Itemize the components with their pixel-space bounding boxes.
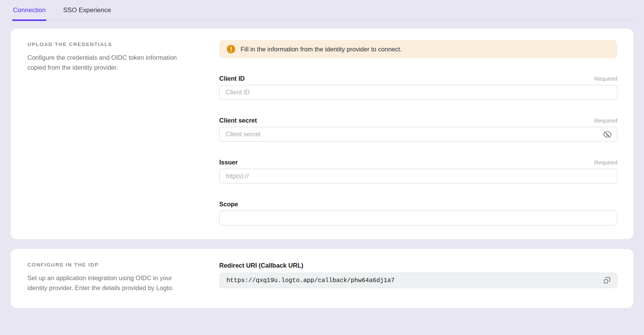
credentials-section-description: Configure the credentials and OIDC token… xyxy=(27,53,195,72)
credentials-card: UPLOAD THE CREDENTIALS Configure the cre… xyxy=(11,29,633,239)
scope-label: Scope xyxy=(219,201,238,208)
redirect-uri-label: Redirect URI (Callback URL) xyxy=(219,262,617,269)
copy-redirect-uri-button[interactable] xyxy=(600,274,613,287)
field-client-secret: Client secret Required xyxy=(219,117,617,142)
idp-form: Redirect URI (Callback URL) xyxy=(219,260,617,293)
idp-section-title: CONFIGURE IN THE IDP xyxy=(27,260,195,268)
fill-info-alert: Fill in the information from the identit… xyxy=(219,40,617,58)
client-id-label: Client ID xyxy=(219,75,245,82)
alert-text: Fill in the information from the identit… xyxy=(241,46,402,53)
issuer-required-badge: Required xyxy=(594,159,617,166)
idp-intro: CONFIGURE IN THE IDP Set up an applicati… xyxy=(27,260,195,293)
credentials-intro: UPLOAD THE CREDENTIALS Configure the cre… xyxy=(27,40,195,225)
client-secret-required-badge: Required xyxy=(594,117,617,124)
credentials-form: Fill in the information from the identit… xyxy=(219,40,617,225)
credentials-section-title: UPLOAD THE CREDENTIALS xyxy=(27,40,195,47)
client-secret-input[interactable] xyxy=(219,127,617,142)
client-id-required-badge: Required xyxy=(594,75,617,82)
tab-bar: Connection SSO Experience xyxy=(11,0,633,21)
issuer-label: Issuer xyxy=(219,159,238,166)
scope-input[interactable] xyxy=(219,211,617,225)
copy-icon xyxy=(603,277,611,284)
field-client-id: Client ID Required xyxy=(219,75,617,100)
warning-icon xyxy=(227,45,235,53)
field-issuer: Issuer Required xyxy=(219,159,617,183)
eye-off-icon xyxy=(603,130,612,139)
tab-sso-experience[interactable]: SSO Experience xyxy=(63,6,111,20)
field-scope: Scope xyxy=(219,201,617,225)
issuer-input[interactable] xyxy=(219,169,617,183)
idp-section-description: Set up an application integration using … xyxy=(27,273,195,293)
redirect-uri-value[interactable] xyxy=(226,277,600,284)
redirect-uri-field xyxy=(219,273,617,288)
client-secret-label: Client secret xyxy=(219,117,257,124)
client-id-input[interactable] xyxy=(219,85,617,100)
tab-connection[interactable]: Connection xyxy=(13,6,46,20)
idp-card: CONFIGURE IN THE IDP Set up an applicati… xyxy=(11,249,633,308)
toggle-secret-visibility-button[interactable] xyxy=(601,128,614,140)
